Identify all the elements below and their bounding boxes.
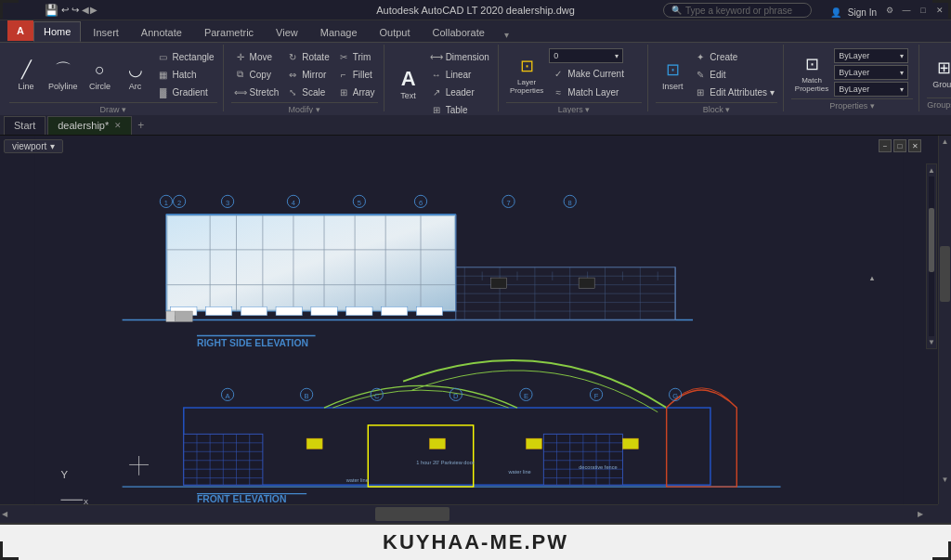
scrollbar-h-thumb[interactable] xyxy=(375,507,449,521)
svg-text:2: 2 xyxy=(177,199,181,207)
ribbon-group-draw: ╱ Line ⌒ Polyline ○ Circle ◡ Arc xyxy=(4,45,224,111)
rotate-icon: ↻ xyxy=(286,50,299,63)
undo-icon[interactable]: ↩ xyxy=(61,5,69,15)
scale-button[interactable]: ⤡ Scale xyxy=(283,84,332,100)
rotate-button[interactable]: ↻ Rotate xyxy=(283,48,332,65)
autocad-logo[interactable]: A xyxy=(7,20,33,41)
edit-block-button[interactable]: ✎ Edit xyxy=(691,66,776,83)
svg-text:RIGHT SIDE ELEVATION: RIGHT SIDE ELEVATION xyxy=(197,338,308,348)
move-button[interactable]: ✛ Move xyxy=(231,48,282,65)
line-button[interactable]: ╱ Line xyxy=(9,54,43,95)
properties-dropdowns: ByLayer ▾ ByLayer ▾ ByLayer ▾ xyxy=(834,48,913,97)
mirror-button[interactable]: ⇔ Mirror xyxy=(283,66,332,83)
fillet-icon: ⌐ xyxy=(337,68,350,81)
scrollbar-vertical[interactable]: ▲ ▼ xyxy=(938,136,951,504)
scrollbar-horizontal[interactable]: ◀ ▶ xyxy=(0,504,938,523)
search-bar[interactable]: 🔍 Type a keyword or phrase xyxy=(663,3,812,18)
trim-button[interactable]: ✂ Trim xyxy=(334,48,378,65)
svg-text:F: F xyxy=(594,392,599,400)
text-label: Text xyxy=(400,92,416,101)
create-button[interactable]: ✦ Create xyxy=(691,48,776,65)
text-button[interactable]: A Text xyxy=(392,63,425,104)
modify-col3: ✂ Trim ⌐ Fillet ⊞ Array xyxy=(334,48,378,100)
svg-rect-18 xyxy=(311,306,337,315)
fillet-button[interactable]: ⌐ Fillet xyxy=(334,66,378,83)
sign-in-button[interactable]: Sign In xyxy=(848,7,877,18)
svg-rect-21 xyxy=(416,306,442,315)
tab-start[interactable]: Start xyxy=(4,116,46,135)
arc-button[interactable]: ◡ Arc xyxy=(119,54,152,95)
hatch-button[interactable]: ▦ Hatch xyxy=(154,66,217,83)
tab-manage[interactable]: Manage xyxy=(310,21,368,42)
svg-text:6: 6 xyxy=(419,199,423,207)
table-icon: ⊞ xyxy=(430,103,443,113)
block-extras: ✦ Create ✎ Edit ⊞ Edit Attributes ▾ xyxy=(691,48,776,100)
viewport-scroll-v[interactable]: ▲ ▼ xyxy=(926,163,937,349)
scrollbar-v-thumb[interactable] xyxy=(940,246,950,302)
svg-text:G: G xyxy=(672,392,678,400)
tab-annotate[interactable]: Annotate xyxy=(131,21,192,42)
scroll-v-down[interactable]: ▼ xyxy=(939,475,951,484)
rectangle-button[interactable]: ▭ Rectangle xyxy=(154,48,217,65)
group-icon: ⊞ xyxy=(931,55,951,81)
linear-button[interactable]: ↔ Linear xyxy=(427,66,492,83)
tab-view[interactable]: View xyxy=(266,21,308,42)
table-button[interactable]: ⊞ Table xyxy=(427,101,492,113)
svg-text:4: 4 xyxy=(292,199,295,207)
tab-insert[interactable]: Insert xyxy=(83,21,129,42)
group-button[interactable]: ⊞ Group xyxy=(928,52,951,93)
ribbon-group-layers: ⊡ LayerProperties 0 ▾ ✓ Make Current xyxy=(501,45,648,111)
minimize-button[interactable]: — xyxy=(899,4,914,17)
redo-icon[interactable]: ↪ xyxy=(72,5,79,15)
tab-dealership-close[interactable]: ✕ xyxy=(114,121,122,130)
copy-button[interactable]: ⧉ Copy xyxy=(231,66,282,83)
circle-button[interactable]: ○ Circle xyxy=(84,54,117,95)
groups-buttons: ⊞ Group xyxy=(928,46,951,98)
array-button[interactable]: ⊞ Array xyxy=(334,84,378,100)
make-current-button[interactable]: ✓ Make Current xyxy=(549,65,642,82)
watermark-text: KUYHAA-ME.PW xyxy=(383,530,568,554)
maximize-button[interactable]: □ xyxy=(916,4,931,17)
bylayer-dropdown-1[interactable]: ByLayer ▾ xyxy=(834,48,908,63)
leader-button[interactable]: ↗ Leader xyxy=(427,84,492,100)
ribbon-expand-btn[interactable]: ▾ xyxy=(501,28,513,42)
polyline-button[interactable]: ⌒ Polyline xyxy=(45,54,82,95)
viewport-dropdown[interactable]: viewport ▾ xyxy=(4,139,63,153)
bylayer-dropdown-3[interactable]: ByLayer ▾ xyxy=(834,82,908,97)
layer-properties-button[interactable]: ⊡ LayerProperties xyxy=(506,50,547,98)
array-icon: ⊞ xyxy=(337,85,350,98)
tab-dealership[interactable]: dealership* ✕ xyxy=(47,116,132,135)
stretch-button[interactable]: ⟺ Stretch xyxy=(231,84,282,100)
polyline-icon: ⌒ xyxy=(50,57,76,83)
layers-group-label: Layers ▾ xyxy=(506,102,642,113)
svg-text:decorative fence: decorative fence xyxy=(579,464,618,470)
settings-icon[interactable]: ⚙ xyxy=(882,4,897,17)
tab-collaborate[interactable]: Collaborate xyxy=(423,21,495,42)
match-properties-button[interactable]: ⊡ MatchProperties xyxy=(791,48,832,97)
layer-dropdown[interactable]: 0 ▾ xyxy=(549,48,623,63)
edit-block-icon: ✎ xyxy=(694,68,707,81)
ribbon-tabs: Home Insert Annotate Parametric View Man… xyxy=(0,20,951,43)
drawing-area[interactable]: viewport ▾ − □ ✕ xyxy=(0,136,938,504)
save-icon[interactable]: 💾 xyxy=(45,4,59,17)
drawing-restore-btn[interactable]: □ xyxy=(893,139,906,152)
tab-start-label: Start xyxy=(14,120,35,131)
tab-parametric[interactable]: Parametric xyxy=(194,21,264,42)
match-layer-button[interactable]: ≈ Match Layer xyxy=(549,84,642,100)
tab-home[interactable]: Home xyxy=(33,21,81,42)
drawing-close-btn[interactable]: ✕ xyxy=(908,139,921,152)
scroll-v-up[interactable]: ▲ xyxy=(939,136,951,146)
bylayer-dropdown-2[interactable]: ByLayer ▾ xyxy=(834,65,908,80)
drawing-minimize-btn[interactable]: − xyxy=(879,139,892,152)
edit-attributes-button[interactable]: ⊞ Edit Attributes ▾ xyxy=(691,84,776,100)
gradient-button[interactable]: ▓ Gradient xyxy=(154,84,217,100)
tab-output[interactable]: Output xyxy=(370,21,421,42)
scroll-h-left[interactable]: ◀ xyxy=(0,510,9,518)
corner-br xyxy=(932,541,951,560)
dimension-button[interactable]: ⟷ Dimension xyxy=(427,48,492,65)
scroll-h-right[interactable]: ▶ xyxy=(918,510,923,518)
new-tab-button[interactable]: + xyxy=(134,119,148,132)
modify-col1: ✛ Move ⧉ Copy ⟺ Stretch xyxy=(231,48,282,100)
insert-button[interactable]: ⊡ Insert xyxy=(656,54,689,95)
ribbon-content: ╱ Line ⌒ Polyline ○ Circle ◡ Arc xyxy=(0,43,951,113)
